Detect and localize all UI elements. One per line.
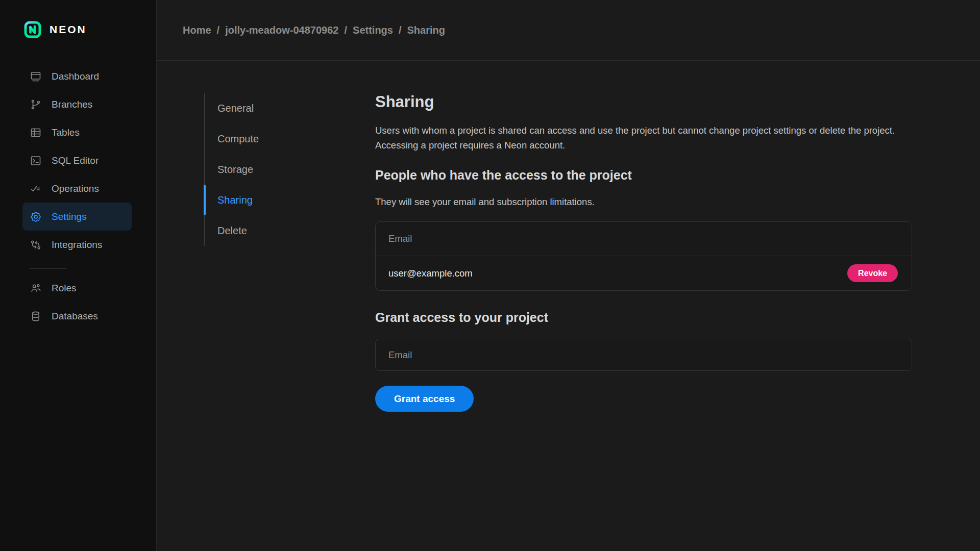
grant-email-input[interactable] [375,339,912,371]
page-title: Sharing [375,93,912,111]
grant-section-heading: Grant access to your project [375,310,912,325]
sidebar-item-label: Dashboard [52,71,99,82]
member-row: user@example.com Revoke [376,256,912,290]
page-description: Users with whom a project is shared can … [375,123,912,153]
breadcrumb-separator: / [399,24,402,36]
header: Home / jolly-meadow-04870962 / Settings … [157,0,980,61]
sidebar: NEON Dashboard Branches [0,0,157,551]
sidebar-item-settings[interactable]: Settings [22,203,132,231]
people-section-heading: People who have the access to the projec… [375,168,912,183]
sidebar-item-databases[interactable]: Databases [22,302,132,330]
breadcrumb-home[interactable]: Home [183,24,211,36]
users-icon [30,282,42,294]
sidebar-nav: Dashboard Branches Tables [0,62,156,330]
checklist-icon [30,183,42,195]
terminal-icon [30,155,42,167]
people-section-note: They will see your email and subscriptio… [375,196,912,208]
main-area: Home / jolly-meadow-04870962 / Settings … [157,0,980,551]
breadcrumb-sharing: Sharing [407,24,445,36]
member-email: user@example.com [388,268,473,279]
breadcrumb-separator: / [217,24,220,36]
gear-icon [30,211,42,223]
sidebar-item-label: Roles [52,283,77,294]
settings-subnav: General Compute Storage Sharing Delete [204,93,357,246]
revoke-button[interactable]: Revoke [847,264,898,282]
sidebar-item-branches[interactable]: Branches [22,90,132,118]
sidebar-divider [30,268,66,269]
members-filter-email-input[interactable] [376,222,912,256]
subnav-item-delete[interactable]: Delete [205,215,357,246]
sidebar-item-sql-editor[interactable]: SQL Editor [22,146,132,174]
subnav-item-sharing[interactable]: Sharing [205,185,357,215]
sidebar-item-label: Integrations [52,239,102,251]
grant-access-button[interactable]: Grant access [375,386,474,412]
members-list: user@example.com Revoke [375,221,912,291]
table-icon [30,127,42,139]
sidebar-item-label: SQL Editor [52,155,99,166]
sidebar-item-integrations[interactable]: Integrations [22,231,132,259]
sidebar-item-tables[interactable]: Tables [22,118,132,146]
subnav-item-compute[interactable]: Compute [205,123,357,154]
breadcrumb-project[interactable]: jolly-meadow-04870962 [225,24,338,36]
sidebar-item-dashboard[interactable]: Dashboard [22,62,132,90]
sharing-content: Sharing Users with whom a project is sha… [375,61,912,412]
git-branch-icon [30,98,42,111]
sidebar-item-operations[interactable]: Operations [22,174,132,203]
database-icon [30,310,42,322]
dashboard-icon [30,70,42,83]
breadcrumb: Home / jolly-meadow-04870962 / Settings … [183,24,445,36]
sidebar-item-label: Branches [52,99,92,110]
brand-logo[interactable]: NEON [0,0,156,39]
sidebar-item-label: Tables [52,127,80,138]
neon-logo-icon [23,20,42,39]
brand-name: NEON [50,23,87,36]
sidebar-item-label: Operations [52,183,99,194]
subnav-item-storage[interactable]: Storage [205,154,357,185]
breadcrumb-settings[interactable]: Settings [353,24,393,36]
sidebar-item-label: Databases [52,311,98,322]
breadcrumb-separator: / [344,24,347,36]
sidebar-item-label: Settings [52,211,87,222]
sidebar-item-roles[interactable]: Roles [22,274,132,302]
subnav-item-general[interactable]: General [205,93,357,123]
integrations-icon [30,239,42,251]
